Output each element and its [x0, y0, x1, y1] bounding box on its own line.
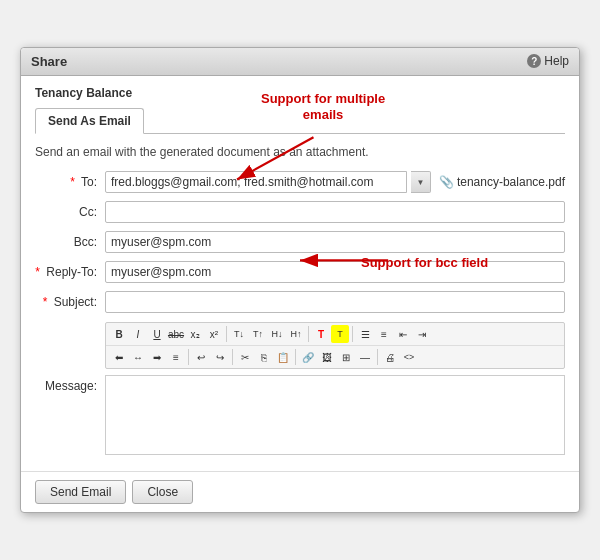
font-bg-button[interactable]: T: [331, 325, 349, 343]
message-label: Message:: [35, 375, 105, 393]
subject-row: * Subject:: [35, 290, 565, 314]
subject-input[interactable]: [105, 291, 565, 313]
message-row: Message:: [35, 375, 565, 455]
bold-button[interactable]: B: [110, 325, 128, 343]
strikethrough-button[interactable]: abc: [167, 325, 185, 343]
message-area[interactable]: [105, 375, 565, 455]
ordered-list-button[interactable]: ≡: [375, 325, 393, 343]
toolbar-row: B I U abc x₂ x² T↓ T↑ H↓ H↑ T T: [35, 320, 565, 369]
underline-button[interactable]: U: [148, 325, 166, 343]
font-color-button[interactable]: T: [312, 325, 330, 343]
bcc-input[interactable]: [105, 231, 565, 253]
share-dialog: Share ? Help Tenancy Balance Send As Ema…: [20, 47, 580, 514]
to-dropdown-button[interactable]: ▼: [411, 171, 431, 193]
align-center-button[interactable]: ↔: [129, 348, 147, 366]
to-input-group: ▼ 📎 tenancy-balance.pdf: [105, 171, 565, 193]
link-button[interactable]: 🔗: [299, 348, 317, 366]
font-larger-button[interactable]: T↑: [249, 325, 267, 343]
help-label: Help: [544, 54, 569, 68]
help-button[interactable]: ? Help: [527, 54, 569, 68]
reply-to-input[interactable]: [105, 261, 565, 283]
justify-button[interactable]: ≡: [167, 348, 185, 366]
dialog-footer: Send Email Close: [21, 471, 579, 512]
description-text: Send an email with the generated documen…: [35, 144, 565, 161]
to-label: * To:: [35, 175, 105, 189]
h-smaller-button[interactable]: H↓: [268, 325, 286, 343]
font-smaller-button[interactable]: T↓: [230, 325, 248, 343]
close-button[interactable]: Close: [132, 480, 193, 504]
subject-label: * Subject:: [35, 295, 105, 309]
undo-button[interactable]: ↩: [192, 348, 210, 366]
attachment-icon: 📎: [439, 175, 454, 189]
section-title: Tenancy Balance: [35, 86, 565, 100]
align-left-button[interactable]: ⬅: [110, 348, 128, 366]
h-larger-button[interactable]: H↑: [287, 325, 305, 343]
toolbar-container: B I U abc x₂ x² T↓ T↑ H↓ H↑ T T: [105, 320, 565, 369]
italic-button[interactable]: I: [129, 325, 147, 343]
superscript-button[interactable]: x²: [205, 325, 223, 343]
message-editor-area: [105, 375, 565, 455]
bcc-label: Bcc:: [35, 235, 105, 249]
cc-label: Cc:: [35, 205, 105, 219]
table-button[interactable]: ⊞: [337, 348, 355, 366]
to-row: * To: ▼ 📎 tenancy-balance.pdf: [35, 170, 565, 194]
toolbar-row-2: ⬅ ↔ ➡ ≡ ↩ ↪ ✂ ⎘ 📋 🔗 🖼 ⊞: [106, 346, 564, 368]
reply-to-required-star: *: [35, 265, 40, 279]
help-icon: ?: [527, 54, 541, 68]
toolbar-sep-1: [226, 326, 227, 342]
tab-bar: Send As Email: [35, 108, 565, 134]
dialog-header: Share ? Help: [21, 48, 579, 76]
outdent-button[interactable]: ⇤: [394, 325, 412, 343]
toolbar-sep-2: [308, 326, 309, 342]
dialog-title: Share: [31, 54, 67, 69]
cc-input[interactable]: [105, 201, 565, 223]
print-button[interactable]: 🖨: [381, 348, 399, 366]
subject-required-star: *: [43, 295, 48, 309]
paste-button[interactable]: 📋: [274, 348, 292, 366]
to-required-star: *: [70, 175, 75, 189]
unordered-list-button[interactable]: ☰: [356, 325, 374, 343]
redo-button[interactable]: ↪: [211, 348, 229, 366]
cut-button[interactable]: ✂: [236, 348, 254, 366]
toolbar-row-1: B I U abc x₂ x² T↓ T↑ H↓ H↑ T T: [106, 323, 564, 346]
toolbar-sep-7: [377, 349, 378, 365]
toolbar-sep-6: [295, 349, 296, 365]
reply-to-label: * Reply-To:: [35, 265, 105, 279]
editor-toolbar: B I U abc x₂ x² T↓ T↑ H↓ H↑ T T: [105, 322, 565, 369]
toolbar-sep-3: [352, 326, 353, 342]
copy-button[interactable]: ⎘: [255, 348, 273, 366]
cc-row: Cc:: [35, 200, 565, 224]
hr-button[interactable]: —: [356, 348, 374, 366]
source-button[interactable]: <>: [400, 348, 418, 366]
send-email-button[interactable]: Send Email: [35, 480, 126, 504]
indent-button[interactable]: ⇥: [413, 325, 431, 343]
send-as-email-tab[interactable]: Send As Email: [35, 108, 144, 134]
subscript-button[interactable]: x₂: [186, 325, 204, 343]
toolbar-sep-5: [232, 349, 233, 365]
reply-to-row: * Reply-To:: [35, 260, 565, 284]
attachment-label: 📎 tenancy-balance.pdf: [439, 175, 565, 189]
image-button[interactable]: 🖼: [318, 348, 336, 366]
bcc-row: Bcc:: [35, 230, 565, 254]
toolbar-sep-4: [188, 349, 189, 365]
dialog-body: Tenancy Balance Send As Email Send an em…: [21, 76, 579, 472]
align-right-button[interactable]: ➡: [148, 348, 166, 366]
attachment-filename: tenancy-balance.pdf: [457, 175, 565, 189]
to-input[interactable]: [105, 171, 407, 193]
